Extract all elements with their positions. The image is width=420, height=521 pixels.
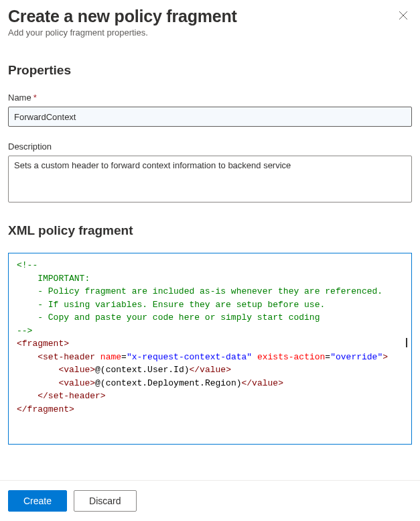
code-tag: value [200, 365, 226, 375]
code-tag: </ [38, 391, 48, 401]
code-tag: </ [190, 365, 200, 375]
description-label: Description [8, 141, 412, 152]
code-tag: set-header [43, 352, 95, 362]
code-tag: fragment [22, 339, 64, 349]
code-tag: value [252, 378, 278, 388]
name-label: Name* [8, 93, 412, 103]
code-text: @(context.Deployment.Region) [95, 378, 241, 388]
footer: Create Discard [0, 480, 420, 521]
code-text: @(context.User.Id) [95, 365, 189, 375]
code-attr: exists-action [257, 352, 325, 362]
code-comment: <!-- [17, 260, 38, 270]
code-tag: > [100, 391, 106, 401]
code-tag: > [90, 378, 95, 388]
code-tag: > [90, 365, 95, 375]
code-text: = [121, 352, 127, 362]
code-text: = [325, 352, 330, 362]
close-button[interactable] [395, 7, 412, 26]
code-content: <!-- IMPORTANT: - Policy fragment are in… [17, 259, 411, 416]
code-attr-val: "x-request-context-data" [127, 352, 252, 362]
code-tag: > [278, 378, 283, 388]
code-tag: < [38, 352, 43, 362]
code-attr-val: "override" [330, 352, 382, 362]
code-comment: - Copy and paste your code here or simpl… [17, 312, 320, 323]
code-tag: > [69, 404, 74, 414]
code-tag: </ [242, 378, 253, 388]
code-tag: value [64, 365, 90, 375]
xml-code-editor[interactable]: <!-- IMPORTANT: - Policy fragment are in… [8, 253, 412, 445]
properties-heading: Properties [8, 63, 412, 78]
close-icon [399, 11, 408, 20]
required-asterisk: * [33, 93, 37, 103]
code-tag: < [17, 339, 22, 349]
panel-title: Create a new policy fragment [8, 7, 237, 26]
code-tag: > [64, 339, 69, 349]
code-tag: > [226, 365, 231, 375]
panel-subtitle: Add your policy fragment properties. [8, 27, 412, 38]
xml-heading: XML policy fragment [8, 223, 412, 238]
code-tag: value [64, 378, 90, 388]
create-button[interactable]: Create [8, 490, 67, 512]
name-input[interactable] [8, 107, 412, 127]
description-input[interactable]: Sets a custom header to forward context … [8, 156, 412, 202]
code-tag: </ [17, 404, 27, 414]
code-comment: - If using variables. Ensure they are se… [17, 300, 325, 310]
name-label-text: Name [8, 93, 31, 103]
editor-cursor [406, 338, 407, 347]
code-comment: IMPORTANT: [17, 274, 90, 284]
discard-button[interactable]: Discard [74, 490, 136, 512]
code-attr: name [100, 352, 121, 362]
code-tag: set-header [48, 391, 100, 401]
code-tag: fragment [27, 404, 69, 414]
code-comment: - Policy fragment are included as-is whe… [17, 286, 382, 296]
code-comment: --> [17, 326, 32, 336]
code-tag: > [382, 352, 388, 362]
